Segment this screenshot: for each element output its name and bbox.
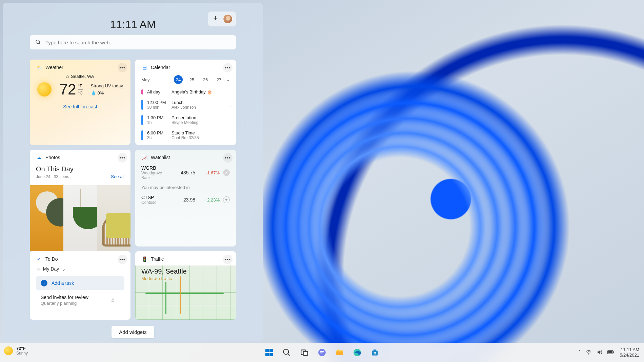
photo-thumbnail[interactable] (97, 185, 130, 251)
battery-icon[interactable] (607, 350, 614, 356)
start-button[interactable] (262, 345, 276, 360)
myday-dropdown[interactable]: ☼ My Day ⌄ (36, 266, 124, 272)
todo-icon: ✔ (36, 256, 42, 262)
svg-line-3 (288, 354, 289, 355)
volume-icon[interactable] (597, 349, 603, 356)
photos-heading: On This Day (36, 165, 74, 173)
chat-button[interactable] (315, 345, 329, 360)
star-icon[interactable]: ☆ (110, 297, 116, 304)
calendar-event[interactable]: All day Angela's Birthday 🎂 (141, 89, 230, 94)
event-more-icon[interactable]: ⋮ (229, 104, 233, 106)
search-field[interactable] (45, 40, 230, 45)
widgets-panel: 11:11 AM + ⛅Weather ••• ⌂Seattle, WA 72 … (3, 3, 263, 341)
calendar-event[interactable]: 12:00 PM30 min LunchAlex Johnson ⋮ (141, 100, 230, 110)
watchlist-item[interactable]: WGRBWoodgrove Bank 435.75 -1.67% ✓ (141, 165, 230, 180)
sun-icon (37, 82, 52, 97)
chevron-down-icon[interactable]: ⌄ (226, 77, 230, 82)
calendar-day[interactable]: 25 (187, 75, 196, 84)
system-tray: ˄ 11:11 AM 5/24/2021 (578, 343, 639, 362)
weather-icon: ⛅ (36, 64, 42, 70)
watchlist-note: You may be interested in (141, 185, 230, 190)
taskbar: 72°FSunny ˄ 11:11 AM 5/24/2021 (0, 343, 644, 362)
search-input[interactable] (30, 35, 236, 49)
widget-more-button[interactable]: ••• (118, 153, 127, 163)
calendar-month: May (141, 77, 150, 82)
photo-thumbnails[interactable] (30, 185, 130, 251)
taskbar-clock[interactable]: 11:11 AM 5/24/2021 (620, 347, 639, 358)
full-forecast-link[interactable]: See full forecast (36, 104, 124, 109)
weather-location: ⌂Seattle, WA (36, 74, 124, 79)
sun-outline-icon: ☼ (36, 266, 40, 272)
widget-more-button[interactable]: ••• (118, 63, 127, 72)
photos-meta: June 24 · 33 items (36, 174, 74, 179)
stocks-icon: 📈 (141, 154, 147, 161)
svg-rect-13 (374, 354, 375, 355)
wifi-icon[interactable] (586, 349, 592, 356)
task-more-icon[interactable]: ⋮ (119, 299, 122, 301)
svg-rect-11 (374, 352, 375, 353)
chevron-down-icon: ⌄ (62, 266, 66, 272)
task-more-icon[interactable]: ⋮ (119, 282, 122, 284)
calendar-event[interactable]: 1:30 PM1h PresentationSkype Meeting (141, 115, 230, 125)
widget-title-label: Traffic (151, 256, 164, 262)
widget-more-button[interactable]: ••• (223, 153, 233, 163)
taskbar-weather[interactable]: 72°FSunny (4, 346, 28, 356)
tray-overflow-icon[interactable]: ˄ (578, 349, 581, 356)
check-icon[interactable]: ✓ (223, 169, 230, 176)
watchlist-item[interactable]: CTSPContoso 23.98 +2.23% + (141, 195, 230, 205)
cake-icon: 🎂 (207, 89, 212, 94)
user-avatar[interactable] (223, 14, 233, 24)
widgets-header: 11:11 AM + (30, 10, 236, 34)
photo-thumbnail[interactable] (63, 185, 97, 251)
plus-icon[interactable]: + (223, 196, 230, 203)
plus-circle-icon: + (41, 280, 47, 286)
task-view-button[interactable] (297, 345, 311, 360)
svg-point-15 (588, 354, 589, 354)
edge-button[interactable] (350, 345, 364, 360)
widget-more-button[interactable]: ••• (223, 63, 233, 72)
widget-title-label: Photos (45, 155, 60, 160)
svg-rect-18 (613, 351, 614, 353)
task-item[interactable]: Send invites for review Quarterly planni… (36, 292, 124, 308)
droplet-icon: 💧 (91, 90, 96, 95)
panel-time: 11:11 AM (110, 18, 156, 31)
calendar-days: 24 25 26 27 (174, 75, 223, 84)
panel-actions: + (208, 12, 236, 26)
svg-rect-17 (608, 351, 613, 353)
traffic-icon: 🚦 (141, 256, 147, 262)
svg-point-0 (36, 40, 40, 44)
traffic-map[interactable]: WA-99, Seattle Moderate traffic (135, 265, 236, 320)
weather-summary: Strong UV today (91, 83, 123, 88)
see-all-link[interactable]: See all (111, 174, 124, 179)
calendar-event[interactable]: 6:00 PM3h Studio TimeConf Rm 32/35 (141, 130, 230, 140)
widget-title-label: Calendar (151, 65, 170, 70)
todo-widget: ✔To Do ••• ☼ My Day ⌄ + Add a task ⋮ Sen… (30, 251, 130, 320)
widget-more-button[interactable]: ••• (223, 255, 233, 264)
taskbar-center (262, 345, 382, 360)
sunny-icon (4, 346, 13, 355)
weather-precip: 0% (98, 90, 104, 95)
svg-rect-10 (374, 349, 377, 351)
svg-point-2 (283, 349, 288, 354)
svg-line-1 (39, 43, 40, 44)
add-task-button[interactable]: + Add a task ⋮ (36, 276, 124, 290)
photos-widget: ☁Photos ••• On This Day June 24 · 33 ite… (30, 150, 130, 247)
traffic-route: WA-99, Seattle (141, 268, 187, 275)
calendar-day[interactable]: 27 (215, 75, 223, 84)
widget-title-label: Watchlist (151, 155, 170, 160)
svg-rect-9 (372, 351, 378, 356)
store-button[interactable] (368, 345, 382, 360)
taskbar-search-button[interactable] (280, 345, 294, 360)
svg-rect-12 (375, 352, 376, 353)
home-icon: ⌂ (66, 74, 69, 79)
widget-more-button[interactable]: ••• (118, 255, 127, 264)
calendar-day[interactable]: 26 (201, 75, 210, 84)
traffic-widget: 🚦Traffic ••• WA-99, Seattle Moderate tra… (135, 251, 236, 320)
photo-thumbnail[interactable] (30, 185, 63, 251)
calendar-day[interactable]: 24 (174, 75, 183, 84)
svg-rect-5 (303, 352, 308, 356)
watchlist-widget: 📈Watchlist ••• WGRBWoodgrove Bank 435.75… (135, 150, 236, 247)
add-widget-button[interactable]: + (212, 14, 220, 22)
add-widgets-button[interactable]: Add widgets (112, 326, 154, 338)
file-explorer-button[interactable] (333, 345, 347, 360)
